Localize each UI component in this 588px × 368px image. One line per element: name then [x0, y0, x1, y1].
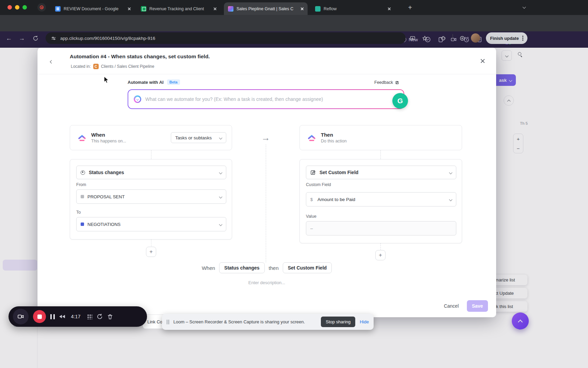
- minimize-window-icon[interactable]: [15, 5, 19, 10]
- currency-icon: $: [310, 197, 315, 202]
- space-badge: C: [93, 64, 99, 69]
- to-label: To: [76, 210, 81, 215]
- restart-recording-icon[interactable]: [97, 313, 103, 320]
- from-status-dropdown[interactable]: PROPOSAL SENT: [76, 189, 226, 204]
- ai-automation-input[interactable]: What can we automate for you? (Ex: When …: [128, 89, 404, 109]
- save-button[interactable]: Save: [467, 300, 488, 312]
- trigger-type-value: Status changes: [89, 170, 217, 175]
- chevron-down-icon: [219, 195, 223, 198]
- grammarly-icon[interactable]: G: [392, 93, 408, 109]
- modal-header: [37, 48, 496, 74]
- tab-close-icon[interactable]: [127, 6, 132, 12]
- new-tab-button[interactable]: [406, 3, 414, 12]
- status-icon: [81, 170, 85, 175]
- tab-close-icon[interactable]: [387, 6, 392, 12]
- recording-timer: 4:17: [69, 314, 82, 319]
- action-type-dropdown[interactable]: Set Custom Field: [306, 166, 456, 179]
- browser-tab-clickup-active[interactable]: Sales Piepline Gnatt | Sales C: [224, 2, 308, 15]
- grammarly-letter: G: [397, 97, 403, 105]
- ai-input-placeholder: What can we automate for you? (Ex: When …: [145, 96, 323, 102]
- stop-sharing-button[interactable]: Stop sharing: [321, 317, 355, 327]
- tab-close-icon[interactable]: [299, 6, 305, 12]
- when-title: When: [91, 132, 126, 138]
- modal-footer: Cancel Save: [444, 300, 488, 312]
- beta-badge: Beta: [167, 79, 180, 85]
- maximize-window-icon[interactable]: [22, 5, 27, 10]
- trigger-scope-dropdown[interactable]: Tasks or subtasks: [171, 132, 226, 143]
- feedback-label: Feedback: [374, 80, 393, 85]
- add-action-button[interactable]: [375, 250, 386, 260]
- feedback-link[interactable]: Feedback: [374, 80, 399, 85]
- add-trigger-button[interactable]: [146, 247, 156, 257]
- custom-field-value: Amount to be Paid: [317, 197, 447, 202]
- chevron-down-icon: [449, 171, 453, 174]
- then-card: Then Do this action: [299, 125, 462, 150]
- rewind-button[interactable]: [59, 315, 65, 318]
- summary-then-label: then: [269, 265, 279, 271]
- trigger-card: Status changes From PROPOSAL SENT To NEG…: [70, 159, 232, 240]
- description-input[interactable]: Enter description...: [37, 280, 496, 285]
- camera-toggle-button[interactable]: [13, 309, 29, 324]
- tab-title: Sales Piepline Gnatt | Sales C: [236, 6, 296, 11]
- close-icon[interactable]: [479, 57, 487, 65]
- automation-title: Automation #4 - When status changes, set…: [70, 53, 210, 60]
- summary-trigger-chip[interactable]: Status changes: [219, 262, 264, 273]
- connector-line: [151, 240, 151, 246]
- effects-grid-icon[interactable]: [87, 314, 92, 319]
- reflow-favicon: [315, 6, 321, 12]
- ai-sparkle-icon: [134, 95, 141, 103]
- to-status-value: NEGOTIATIONS: [87, 222, 217, 227]
- from-label: From: [76, 182, 86, 187]
- browser-tab-sheets[interactable]: Revenue Tracking and Client: [137, 2, 220, 15]
- drag-handle-icon[interactable]: [167, 320, 169, 324]
- screen-share-bar: Loom – Screen Recorder & Screen Capture …: [162, 314, 374, 330]
- connector-line: [266, 144, 266, 262]
- clickup-favicon: [228, 6, 233, 12]
- modal-back-button[interactable]: [47, 57, 56, 66]
- close-window-icon[interactable]: [7, 5, 12, 10]
- when-subtitle: This happens on...: [91, 139, 126, 143]
- chevron-down-icon: [219, 223, 223, 226]
- tab-title: REVIEW Document - Google: [64, 6, 124, 11]
- status-color-swatch: [81, 223, 84, 226]
- recording-indicator-icon: [37, 3, 46, 12]
- automate-ai-row: Automate with AI Beta: [128, 79, 180, 85]
- tab-list-chevron-icon[interactable]: [523, 5, 526, 9]
- value-input[interactable]: –: [306, 221, 456, 235]
- edit-field-icon: [310, 170, 316, 175]
- action-type-value: Set Custom Field: [320, 170, 447, 175]
- automation-summary: When Status changes then Set Custom Fiel…: [37, 262, 496, 273]
- tab-title: Reflow: [324, 6, 383, 11]
- chevron-down-icon: [219, 171, 223, 174]
- breadcrumb-path[interactable]: Clients / Sales Client Pipeline: [101, 64, 154, 69]
- action-card: Set Custom Field Custom Field $ Amount t…: [299, 159, 462, 243]
- from-status-value: PROPOSAL SENT: [87, 194, 217, 199]
- then-title: Then: [321, 132, 347, 138]
- custom-field-dropdown[interactable]: $ Amount to be Paid: [306, 192, 456, 206]
- cancel-button[interactable]: Cancel: [444, 303, 459, 309]
- clickup-mark-icon: [307, 133, 316, 142]
- tab-close-icon[interactable]: [212, 6, 218, 12]
- link-button-label: Link Co: [147, 319, 162, 324]
- tab-title: Revenue Tracking and Client: [149, 6, 209, 11]
- to-status-dropdown[interactable]: NEGOTIATIONS: [76, 217, 226, 231]
- delete-recording-icon[interactable]: [107, 314, 113, 320]
- status-color-swatch: [81, 195, 84, 198]
- trigger-type-dropdown[interactable]: Status changes: [76, 166, 226, 179]
- hide-link[interactable]: Hide: [360, 319, 369, 324]
- arrow-right-icon: [259, 132, 273, 143]
- pause-recording-button[interactable]: [50, 314, 55, 319]
- browser-tab-docs[interactable]: REVIEW Document - Google: [51, 2, 135, 15]
- browser-tab-reflow[interactable]: Reflow: [311, 2, 395, 15]
- clickup-mark-icon: [78, 133, 86, 142]
- summary-when-label: When: [202, 265, 215, 271]
- stop-recording-button[interactable]: [33, 310, 46, 323]
- trigger-scope-value: Tasks or subtasks: [175, 135, 217, 140]
- breadcrumb: Located in: C Clients / Sales Client Pip…: [71, 64, 154, 69]
- when-card: When This happens on... Tasks or subtask…: [70, 125, 232, 150]
- external-link-icon: [395, 80, 399, 85]
- window-controls[interactable]: [7, 5, 27, 10]
- summary-action-chip[interactable]: Set Custom Field: [283, 262, 332, 273]
- automate-ai-label: Automate with AI: [128, 80, 164, 85]
- share-message: Loom – Screen Recorder & Screen Capture …: [174, 319, 317, 324]
